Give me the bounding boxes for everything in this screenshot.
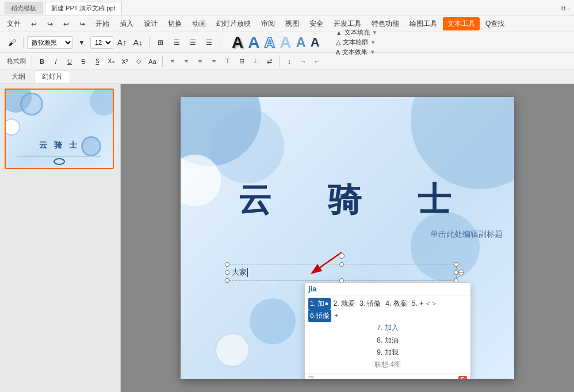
tab-outline[interactable]: 大纲 [5, 71, 32, 83]
toolbar-1: 🖌 微软雅黑 ▼ 12 A↑ A↓ ⊞ ☰ ☰ ☰ A A A A A A ▲ … [0, 32, 574, 53]
text-effect-dropdown[interactable]: ▼ [370, 49, 376, 55]
ime-cand-1[interactable]: 1. 加● [308, 298, 331, 310]
ime-cand-5[interactable]: 5. + [410, 298, 425, 310]
char-spacing-btn[interactable]: ◇ [132, 55, 145, 68]
slide-thumbnail-1[interactable]: 云 骑 士 [5, 89, 114, 169]
case-btn[interactable]: Aa [146, 55, 159, 68]
handle-tr[interactable] [454, 262, 458, 267]
slide-main-title[interactable]: 云 骑 士 [181, 178, 514, 222]
text-edit-box[interactable]: — 大家 [227, 264, 457, 281]
strikethrough-btn[interactable]: S [77, 55, 90, 68]
ime-cand-3[interactable]: 3. 骄傲 [358, 298, 382, 310]
ime-footer: 字 S [305, 373, 470, 379]
text-outline-label: 文本轮廓 [343, 38, 368, 47]
edit-text-content[interactable]: 大家 [227, 267, 248, 278]
ime-cand-7[interactable]: 7. 加入 [375, 322, 400, 334]
toolbar-2: 格式刷 B I U S S̲ X₂ X² ◇ Aa ≡ ≡ ≡ ≡ ⊤ ⊟ ⊥ … [0, 53, 574, 70]
text-outline-dropdown[interactable]: ▼ [370, 39, 376, 45]
ime-cand-assoc[interactable]: 联想 4图 [373, 359, 403, 371]
menu-insert[interactable]: 插入 [115, 17, 138, 30]
menu-review[interactable]: 审阅 [257, 17, 280, 30]
font-size-down[interactable]: A↓ [131, 35, 146, 50]
handle-tl[interactable] [225, 262, 229, 267]
list3-btn[interactable]: ☰ [201, 35, 216, 50]
text-fill-row[interactable]: ▲ 文本填充 ▼ [336, 28, 378, 37]
align-top-btn[interactable]: ⊤ [221, 55, 234, 68]
font-name-dropdown[interactable]: ▼ [74, 35, 89, 50]
tab-slides[interactable]: 幻灯片 [35, 70, 70, 83]
italic-btn[interactable]: I [49, 55, 62, 68]
rotate-handle[interactable] [339, 253, 345, 259]
menu-undo2[interactable]: ↩ [59, 18, 74, 30]
tab-ppt[interactable]: 新建 PPT 演示文稿.ppt [45, 2, 122, 14]
text-style-a4[interactable]: A [280, 34, 291, 51]
list-btn[interactable]: ☰ [169, 35, 184, 50]
align-left-btn[interactable]: ≡ [166, 55, 179, 68]
text-style-a6[interactable]: A [311, 36, 320, 49]
handle-bl[interactable] [225, 278, 229, 283]
text-outline-row[interactable]: △ 文本轮廓 ▼ [336, 38, 378, 47]
text-style-a2[interactable]: A [248, 34, 259, 51]
text-style-a5[interactable]: A [296, 36, 305, 49]
nav-next[interactable]: > [432, 299, 435, 309]
handle-ml[interactable] [225, 270, 229, 275]
shadow-btn[interactable]: S̲ [91, 55, 104, 68]
ime-cand-2[interactable]: 2. 就爱 [332, 298, 357, 310]
format-painter-btn[interactable]: 🖌 [5, 35, 20, 50]
handle-mr[interactable] [454, 270, 458, 275]
ime-cand-8[interactable]: 8. 加油 [375, 335, 400, 347]
menu-file[interactable]: 文件 [2, 17, 25, 30]
superscript-btn[interactable]: X² [118, 55, 131, 68]
slide-canvas[interactable]: 云 骑 士 单击此处编辑副标题 [181, 97, 514, 379]
menu-draw[interactable]: 绘图工具 [405, 17, 442, 30]
align-justify-btn[interactable]: ≡ [208, 55, 220, 68]
menu-search[interactable]: Q查找 [481, 17, 509, 30]
menu-animate[interactable]: 动画 [187, 17, 211, 30]
slide-circle-4 [411, 97, 514, 189]
ime-cand-6b[interactable]: + [332, 310, 340, 322]
text-fill-dropdown[interactable]: ▼ [372, 29, 378, 36]
font-size-up[interactable]: A↑ [114, 35, 129, 50]
font-size-select[interactable]: 12 [90, 36, 113, 49]
menu-start[interactable]: 开始 [91, 17, 114, 30]
canvas-area[interactable]: 云 骑 士 单击此处编辑副标题 [121, 84, 574, 392]
ime-cand-4[interactable]: 4. 教案 [384, 298, 408, 310]
menu-switch[interactable]: 切换 [163, 17, 186, 30]
menu-view[interactable]: 视图 [281, 17, 304, 30]
text-dir-btn[interactable]: ⇄ [263, 55, 275, 68]
menu-text-tool[interactable]: 文本工具 [443, 17, 480, 30]
menu-redo[interactable]: ↪ [43, 18, 58, 30]
ime-input-row: jia [305, 283, 470, 295]
indent-btn[interactable]: ⊞ [153, 35, 168, 50]
indent-less-btn[interactable]: ← [311, 55, 323, 68]
text-effect-row[interactable]: A 文本效果 ▼ [336, 48, 378, 56]
ime-pinyin: jia [308, 285, 316, 293]
text-style-a3[interactable]: A [264, 35, 275, 50]
menu-security[interactable]: 安全 [305, 17, 328, 30]
font-name-select[interactable]: 微软雅黑 [27, 36, 73, 49]
menu-slideshow[interactable]: 幻灯片放映 [212, 17, 255, 30]
text-style-a1[interactable]: A [232, 34, 243, 51]
align-center-btn[interactable]: ≡ [180, 55, 193, 68]
align-bottom-btn[interactable]: ⊥ [249, 55, 262, 68]
tab-daoke[interactable]: 稻壳模板 [5, 2, 43, 14]
collapse-handle[interactable]: — [458, 270, 464, 275]
slide-subtitle[interactable]: 单击此处编辑副标题 [215, 229, 503, 240]
ime-s-badge: S [458, 376, 467, 379]
menu-design[interactable]: 设计 [139, 17, 162, 30]
ime-cand-6[interactable]: 6.骄傲 [308, 310, 331, 322]
linespacing-btn[interactable]: ↕ [283, 55, 296, 68]
menu-redo2[interactable]: ↪ [75, 18, 90, 30]
underline-btn[interactable]: U [63, 55, 76, 68]
ime-cand-9[interactable]: 9. 加我 [375, 347, 400, 359]
align-middle-btn[interactable]: ⊟ [235, 55, 248, 68]
align-right-btn[interactable]: ≡ [194, 55, 206, 68]
subscript-btn[interactable]: X₂ [105, 55, 117, 68]
menu-undo[interactable]: ↩ [26, 18, 41, 30]
indent-more-btn[interactable]: → [297, 55, 309, 68]
nav-prev[interactable]: < [426, 299, 430, 309]
handle-tc[interactable] [339, 262, 344, 267]
bold-btn[interactable]: B [36, 55, 48, 68]
list2-btn[interactable]: ☰ [185, 35, 200, 50]
ime-cand-row-1: 1. 加● 2. 就爱 3. 骄傲 4. 教案 5. + < > [308, 298, 467, 310]
